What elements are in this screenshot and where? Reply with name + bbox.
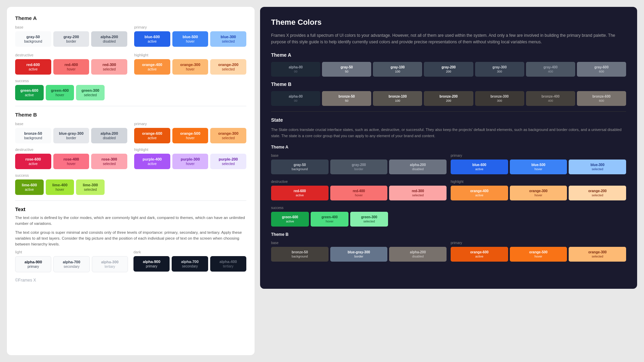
green-300-cell: green-300 selected <box>76 85 105 100</box>
theme-b-section: Theme B base bronze-50 background blue-g… <box>15 112 246 195</box>
rp-gray100: gray-100 100 <box>373 62 422 77</box>
purple-400-cell: purple-400 active <box>134 154 170 169</box>
alpha-900-light: alpha-900 primary <box>15 256 51 272</box>
rp-b-bronze100: bronze-100 100 <box>373 91 422 106</box>
state-a-red600: red-600 active <box>271 186 329 200</box>
base-label: base <box>15 25 127 29</box>
theme-a-section: Theme A base gray-50 background gray-200… <box>15 15 246 100</box>
state-b-base-primary: base bronze-50 background blue-gray-300 … <box>271 241 626 264</box>
rose-300-cell: rose-300 selected <box>91 154 127 169</box>
state-a-blue600: blue-600 active <box>451 160 508 174</box>
rp-gray600: gray-600 600 <box>577 62 626 77</box>
theme-b-title: Theme B <box>15 112 246 118</box>
state-a-orange300: orange-300 hover <box>510 186 567 200</box>
alpha-200b-cell: alpha-200 disabled <box>91 128 127 143</box>
state-divider <box>271 111 626 112</box>
state-a-highlight-group: highlight orange-400 active orange-300 h… <box>451 180 626 203</box>
alpha-200-cell: alpha-200 disabled <box>91 31 127 47</box>
orange-600-cell: orange-600 active <box>134 128 170 143</box>
red-400-cell: red-400 hover <box>53 59 89 75</box>
state-title: State <box>271 117 626 123</box>
rp-b-alpha00: alpha-00 00 <box>271 91 320 106</box>
text-desc-1: The text color is defined by the color m… <box>15 215 246 227</box>
rp-b-bronze50: bronze-50 50 <box>322 91 371 106</box>
state-a-gray200: gray-200 border <box>330 160 388 174</box>
theme-a-base: base gray-50 background gray-200 border … <box>15 25 246 47</box>
alpha-400-dark: alpha-400 tertiary <box>210 256 246 272</box>
state-a-green300: green-300 selected <box>350 212 388 227</box>
text-section: Text The text color is defined by the co… <box>15 206 246 272</box>
right-panel-intro: Frames X provides a full spectrum of UI … <box>271 32 626 45</box>
state-a-red300: red-300 selected <box>389 186 447 200</box>
bronze-50-cell: bronze-50 background <box>15 128 51 143</box>
state-b-alpha200: alpha-200 disabled <box>389 247 447 262</box>
text-section-title: Text <box>15 206 246 212</box>
base-color-row: gray-50 background gray-200 border alpha… <box>15 31 127 47</box>
blue-gray-300-cell: blue-gray-300 border <box>53 128 89 143</box>
purple-300-cell: purple-300 hover <box>172 154 208 169</box>
text-color-grid: light alpha-900 primary alpha-700 second… <box>15 250 246 272</box>
gray-50-cell: gray-50 background <box>15 31 51 47</box>
state-a-dest-highlight: destructive red-600 active red-400 hover… <box>271 180 626 203</box>
orange-300b-cell: orange-300 selected <box>210 128 246 143</box>
state-a-orange400: orange-400 active <box>451 186 508 200</box>
state-a-blue300: blue-300 selected <box>569 160 626 174</box>
state-a-blue500: blue-500 hover <box>510 160 567 174</box>
state-b-bronze50: bronze-50 background <box>271 247 329 262</box>
state-b-bluegray300: blue-gray-300 border <box>330 247 388 262</box>
state-a-base-primary: base gray-50 background gray-200 border … <box>271 154 626 177</box>
blue-600-cell: blue-600 active <box>134 31 170 47</box>
divider-2 <box>15 200 246 201</box>
rp-b-bronze200: bronze-200 200 <box>424 91 473 106</box>
text-light-group: light alpha-900 primary alpha-700 second… <box>15 250 128 272</box>
state-b-orange300: orange-300 selected <box>569 247 626 262</box>
rp-gray50: gray-50 50 <box>322 62 371 77</box>
right-panel-title: Theme Colors <box>271 18 626 27</box>
state-a-green400: green-400 hover <box>311 212 348 227</box>
gray-200-cell: gray-200 border <box>53 31 89 47</box>
state-b-base-group: base bronze-50 background blue-gray-300 … <box>271 241 447 264</box>
orange-400-cell: orange-400 active <box>134 59 170 75</box>
rp-b-bronze600: bronze-600 600 <box>577 91 626 106</box>
state-a-orange200: orange-200 selected <box>569 186 626 200</box>
rp-b-bronze400: bronze-400 400 <box>526 91 575 106</box>
state-a-gray50: gray-50 background <box>271 160 329 174</box>
state-a-success-group: success green-600 active green-400 hover… <box>271 206 626 227</box>
rp-theme-b-title: Theme B <box>271 81 626 87</box>
state-a-primary-group: primary blue-600 active blue-500 hover b… <box>451 154 626 177</box>
state-b-primary-group: primary orange-600 active orange-500 hov… <box>451 241 626 264</box>
lime-600-cell: lime-600 active <box>15 179 44 195</box>
orange-200-cell: orange-200 selected <box>210 59 246 75</box>
orange-500-cell: orange-500 hover <box>172 128 208 143</box>
rp-theme-b-base-row: alpha-00 00 bronze-50 50 bronze-100 100 … <box>271 91 626 106</box>
alpha-700-light: alpha-700 secondary <box>53 256 89 272</box>
theme-a-title: Theme A <box>15 15 246 21</box>
red-600-cell: red-600 active <box>15 59 51 75</box>
alpha-700-dark: alpha-700 secondary <box>172 256 208 272</box>
rp-alpha00: alpha-00 00 <box>271 62 320 77</box>
divider-1 <box>15 106 246 106</box>
right-panel: Theme Colors Frames X provides a full sp… <box>260 7 637 289</box>
lime-300-cell: lime-300 selected <box>76 179 105 195</box>
rp-theme-a-title: Theme A <box>271 52 626 58</box>
state-b-orange500: orange-500 hover <box>510 247 567 262</box>
state-desc: The State colors translate crucial inter… <box>271 127 626 139</box>
rp-gray300: gray-300 300 <box>475 62 524 77</box>
state-a-alpha200: alpha-200 disabled <box>389 160 447 174</box>
state-b-orange600: orange-600 active <box>451 247 508 262</box>
blue-300-cell: blue-300 selected <box>210 31 246 47</box>
orange-300-cell: orange-300 hover <box>172 59 208 75</box>
state-a-base-group: base gray-50 background gray-200 border … <box>271 154 447 177</box>
red-300-cell: red-300 selected <box>91 59 127 75</box>
state-theme-a-title: Theme A <box>271 145 626 150</box>
rose-400-cell: rose-400 hover <box>53 154 89 169</box>
green-400-cell: green-400 hover <box>46 85 74 100</box>
state-theme-b-title: Theme B <box>271 232 626 237</box>
primary-color-row: blue-600 active blue-500 hover blue-300 … <box>134 31 246 47</box>
state-a-green600: green-600 active <box>271 212 309 227</box>
purple-200-cell: purple-200 selected <box>210 154 246 169</box>
alpha-900-dark: alpha-900 primary <box>133 256 170 272</box>
text-desc-2: The text color group is super minimal an… <box>15 230 246 248</box>
rp-b-bronze300: bronze-300 300 <box>475 91 524 106</box>
rose-600-cell: rose-600 active <box>15 154 51 169</box>
